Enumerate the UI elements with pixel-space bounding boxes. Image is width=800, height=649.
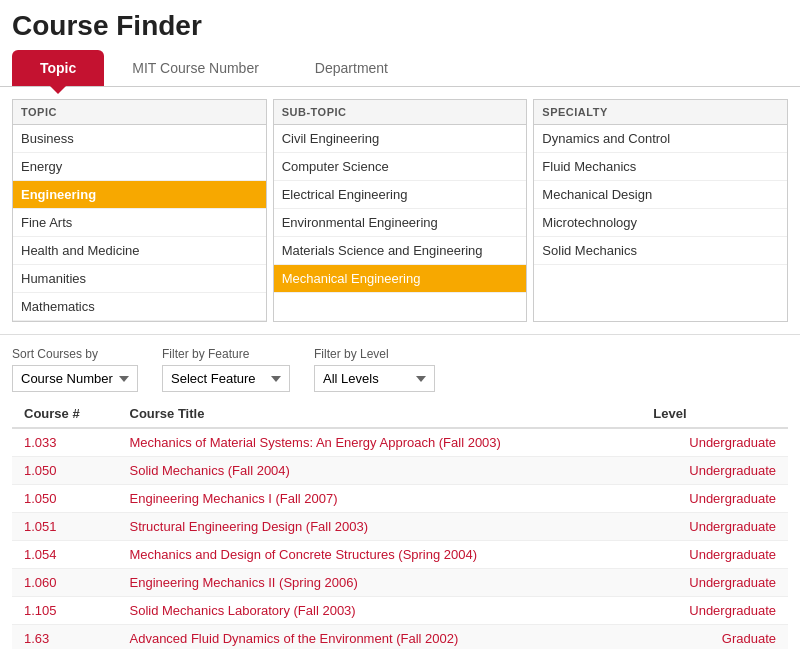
table-row: 1.050Solid Mechanics (Fall 2004)Undergra… <box>12 457 788 485</box>
tab-mit-course-number[interactable]: MIT Course Number <box>104 50 287 86</box>
course-title-cell[interactable]: Solid Mechanics Laboratory (Fall 2003) <box>118 597 642 625</box>
course-level-cell: Undergraduate <box>641 541 788 569</box>
filter-feature-label: Filter by Feature <box>162 347 290 361</box>
course-number-cell[interactable]: 1.054 <box>12 541 118 569</box>
table-header: Course # Course Title Level <box>12 400 788 428</box>
course-number-cell[interactable]: 1.63 <box>12 625 118 650</box>
course-title-cell[interactable]: Engineering Mechanics I (Fall 2007) <box>118 485 642 513</box>
topic-list-item[interactable]: Energy <box>13 153 266 181</box>
table-row: 1.105Solid Mechanics Laboratory (Fall 20… <box>12 597 788 625</box>
course-table-body: 1.033Mechanics of Material Systems: An E… <box>12 428 788 649</box>
specialty-list-item[interactable]: Mechanical Design <box>534 181 787 209</box>
table-row: 1.050Engineering Mechanics I (Fall 2007)… <box>12 485 788 513</box>
specialty-list-item[interactable]: Microtechnology <box>534 209 787 237</box>
course-table: Course # Course Title Level 1.033Mechani… <box>12 400 788 649</box>
topic-list-item[interactable]: Fine Arts <box>13 209 266 237</box>
tab-topic[interactable]: Topic <box>12 50 104 86</box>
course-level-cell: Graduate <box>641 625 788 650</box>
tab-department[interactable]: Department <box>287 50 416 86</box>
sort-group: Sort Courses by Course NumberCourse Titl… <box>12 347 138 392</box>
subtopic-list: Civil EngineeringComputer ScienceElectri… <box>274 125 527 293</box>
table-row: 1.051Structural Engineering Design (Fall… <box>12 513 788 541</box>
th-title: Course Title <box>118 400 642 428</box>
subtopic-list-item[interactable]: Environmental Engineering <box>274 209 527 237</box>
table-row: 1.033Mechanics of Material Systems: An E… <box>12 428 788 457</box>
course-number-cell[interactable]: 1.060 <box>12 569 118 597</box>
course-title-cell[interactable]: Advanced Fluid Dynamics of the Environme… <box>118 625 642 650</box>
course-number-cell[interactable]: 1.051 <box>12 513 118 541</box>
controls-bar: Sort Courses by Course NumberCourse Titl… <box>0 335 800 400</box>
filter-feature-select[interactable]: Select FeatureVideoOnline TextbookAssign… <box>162 365 290 392</box>
specialty-col-header: SPECIALTY <box>534 100 787 125</box>
table-row: 1.054Mechanics and Design of Concrete St… <box>12 541 788 569</box>
course-title-cell[interactable]: Mechanics of Material Systems: An Energy… <box>118 428 642 457</box>
topic-col-header: TOPIC <box>13 100 266 125</box>
course-title-cell[interactable]: Solid Mechanics (Fall 2004) <box>118 457 642 485</box>
subtopic-list-item[interactable]: Electrical Engineering <box>274 181 527 209</box>
filter-level-label: Filter by Level <box>314 347 435 361</box>
th-level: Level <box>641 400 788 428</box>
tab-bar: Topic MIT Course Number Department <box>0 50 800 87</box>
course-level-cell: Undergraduate <box>641 457 788 485</box>
topic-list-item[interactable]: Humanities <box>13 265 266 293</box>
course-level-cell: Undergraduate <box>641 597 788 625</box>
topic-list-item[interactable]: Engineering <box>13 181 266 209</box>
table-row: 1.060Engineering Mechanics II (Spring 20… <box>12 569 788 597</box>
course-level-cell: Undergraduate <box>641 485 788 513</box>
topic-list-item[interactable]: Health and Medicine <box>13 237 266 265</box>
course-level-cell: Undergraduate <box>641 569 788 597</box>
course-title-cell[interactable]: Engineering Mechanics II (Spring 2006) <box>118 569 642 597</box>
sort-select[interactable]: Course NumberCourse TitleLevel <box>12 365 138 392</box>
subtopic-filter-col: SUB-TOPIC Civil EngineeringComputer Scie… <box>273 99 528 322</box>
filter-level-select[interactable]: All LevelsUndergraduateGraduate <box>314 365 435 392</box>
course-level-cell: Undergraduate <box>641 513 788 541</box>
filter-section: TOPIC BusinessEnergyEngineeringFine Arts… <box>0 87 800 335</box>
course-number-cell[interactable]: 1.033 <box>12 428 118 457</box>
topic-list: BusinessEnergyEngineeringFine ArtsHealth… <box>13 125 266 321</box>
subtopic-list-item[interactable]: Civil Engineering <box>274 125 527 153</box>
subtopic-col-header: SUB-TOPIC <box>274 100 527 125</box>
specialty-list-item[interactable]: Solid Mechanics <box>534 237 787 265</box>
topic-list-item[interactable]: Mathematics <box>13 293 266 321</box>
sort-label: Sort Courses by <box>12 347 138 361</box>
th-number: Course # <box>12 400 118 428</box>
page-title: Course Finder <box>0 0 800 50</box>
specialty-list-item[interactable]: Dynamics and Control <box>534 125 787 153</box>
course-title-cell[interactable]: Mechanics and Design of Concrete Structu… <box>118 541 642 569</box>
table-row: 1.63Advanced Fluid Dynamics of the Envir… <box>12 625 788 650</box>
course-number-cell[interactable]: 1.105 <box>12 597 118 625</box>
specialty-list: Dynamics and ControlFluid MechanicsMecha… <box>534 125 787 265</box>
course-title-cell[interactable]: Structural Engineering Design (Fall 2003… <box>118 513 642 541</box>
filter-feature-group: Filter by Feature Select FeatureVideoOnl… <box>162 347 290 392</box>
subtopic-list-item[interactable]: Mechanical Engineering <box>274 265 527 293</box>
specialty-list-item[interactable]: Fluid Mechanics <box>534 153 787 181</box>
course-level-cell: Undergraduate <box>641 428 788 457</box>
table-wrapper: Course # Course Title Level 1.033Mechani… <box>0 400 800 649</box>
topic-list-item[interactable]: Business <box>13 125 266 153</box>
course-number-cell[interactable]: 1.050 <box>12 485 118 513</box>
subtopic-list-item[interactable]: Computer Science <box>274 153 527 181</box>
topic-filter-col: TOPIC BusinessEnergyEngineeringFine Arts… <box>12 99 267 322</box>
subtopic-list-item[interactable]: Materials Science and Engineering <box>274 237 527 265</box>
specialty-filter-col: SPECIALTY Dynamics and ControlFluid Mech… <box>533 99 788 322</box>
course-number-cell[interactable]: 1.050 <box>12 457 118 485</box>
filter-level-group: Filter by Level All LevelsUndergraduateG… <box>314 347 435 392</box>
